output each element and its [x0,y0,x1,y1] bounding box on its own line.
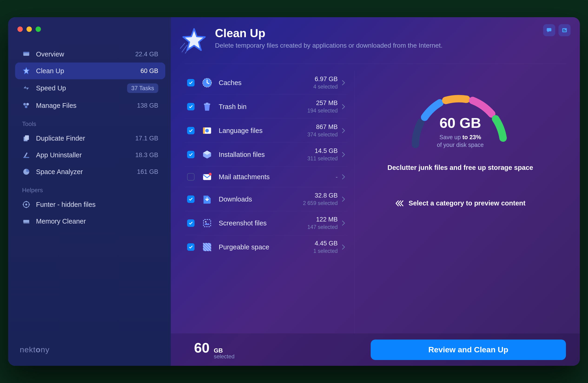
gauge-value: 60 GB [395,115,525,131]
feedback-button[interactable] [543,24,555,36]
sidebar-item-label: Clean Up [36,67,140,75]
svg-point-2 [23,103,26,106]
category-selected-count: 2 659 selected [303,200,338,206]
svg-point-4 [25,106,27,108]
svg-rect-15 [563,31,566,31]
category-name: Trash bin [219,103,308,111]
sidebar-item-badge: 37 Tasks [127,84,158,93]
screenshot-icon [202,217,213,229]
gauge-tagline: Declutter junk files and free up storage… [387,164,533,171]
category-row-downloads[interactable]: Downloads32.8 GB2 659 selected [185,187,347,211]
category-row-screenshot-files[interactable]: Screenshot files122 MB147 selected [185,211,347,235]
category-checkbox[interactable] [187,243,194,251]
category-checkbox[interactable] [187,127,194,134]
chevrons-left-icon [395,200,404,207]
category-checkbox[interactable] [187,173,194,181]
svg-point-10 [25,204,27,206]
downloads-icon [202,193,213,205]
category-name: Language files [219,127,308,135]
category-selected-count: 194 selected [308,107,338,114]
manage-icon [22,101,30,110]
content-body: Caches6.97 GB4 selectedTrash bin257 MB19… [171,64,580,333]
svg-rect-11 [23,220,29,222]
top-actions [543,24,570,36]
sidebar-item-value: 60 GB [140,67,158,75]
window-controls [18,26,165,32]
chevron-right-icon [342,152,345,157]
footer-total-number: 60 [194,340,210,356]
svg-rect-22 [206,103,209,104]
svg-rect-25 [203,128,205,134]
sidebar-item-value: 161 GB [137,168,158,175]
category-size: 867 MB [308,123,338,131]
category-size: - [336,173,338,181]
app-window: Overview22.4 GBClean Up60 GBSpeed Up37 T… [8,17,580,366]
svg-rect-1 [23,52,29,53]
category-name: Installation files [219,151,308,158]
category-size: 257 MB [308,100,338,107]
category-selected-count: 1 selected [313,248,338,254]
category-checkbox[interactable] [187,195,194,203]
sidebar-item-duplicate-finder[interactable]: Duplicate Finder17.1 GB [15,130,165,147]
category-name: Downloads [219,195,303,203]
storage-gauge: 60 GB Save up to 23% of your disk space [395,85,525,154]
sidebar-item-label: Speed Up [36,84,127,92]
sidebar-item-memory-cleaner[interactable]: Memory Cleaner [15,213,165,230]
chevron-right-icon [342,196,345,202]
category-row-trash-bin[interactable]: Trash bin257 MB194 selected [185,95,347,119]
sidebar-item-clean-up[interactable]: Clean Up60 GB [15,63,165,79]
svg-line-16 [182,45,187,52]
install-icon [202,149,213,160]
footer-total: 60 GB selected [185,340,234,360]
footer-bar: 60 GB selected Review and Clean Up [171,333,580,366]
cleanup-hero-icon [180,26,208,54]
footer-total-sub: selected [214,353,234,360]
brand-logo: nektony [15,345,165,359]
sidebar-item-funter-hidden-files[interactable]: Funter - hidden files [15,196,165,213]
duplicate-icon [22,134,30,143]
svg-point-29 [205,221,206,222]
close-window-button[interactable] [18,26,23,32]
funter-icon [22,200,30,209]
sidebar-item-speed-up[interactable]: Speed Up37 Tasks [15,79,165,97]
category-checkbox[interactable] [187,103,194,110]
sidebar-item-manage-files[interactable]: Manage Files138 GB [15,97,165,114]
purgeable-icon [202,241,213,253]
preview-hint: Select a category to preview content [395,199,525,207]
sidebar-item-value: 17.1 GB [135,135,158,142]
fullscreen-window-button[interactable] [36,26,41,32]
sidebar-item-overview[interactable]: Overview22.4 GB [15,46,165,63]
category-size: 32.8 GB [303,192,338,199]
sidebar: Overview22.4 GBClean Up60 GBSpeed Up37 T… [8,17,171,366]
minimize-window-button[interactable] [26,26,32,32]
svg-point-3 [26,103,29,106]
category-row-caches[interactable]: Caches6.97 GB4 selected [185,71,347,95]
page-subtitle: Delete temporary files created by applic… [215,42,442,49]
category-checkbox[interactable] [187,151,194,158]
news-button[interactable] [559,24,570,36]
svg-line-18 [180,43,185,49]
review-cleanup-button[interactable]: Review and Clean Up [371,340,566,360]
svg-rect-7 [23,157,29,158]
category-row-mail-attachments[interactable]: Mail attachments- [185,167,347,187]
category-row-language-files[interactable]: Language files867 MB374 selected [185,119,347,143]
category-row-installation-files[interactable]: Installation files14.5 GB311 selected [185,143,347,167]
category-checkbox[interactable] [187,79,194,86]
trash-icon [202,101,213,112]
category-selected-count: 374 selected [308,131,338,138]
sidebar-item-label: Funter - hidden files [36,201,158,209]
category-checkbox[interactable] [187,219,194,227]
svg-rect-28 [204,220,211,227]
category-row-purgeable-space[interactable]: Purgeable space4.45 GB1 selected [185,235,347,259]
sidebar-item-app-uninstaller[interactable]: App Uninstaller18.3 GB [15,147,165,163]
sidebar-section-tools: Tools [15,114,165,130]
category-name: Mail attachments [219,173,336,181]
memory-icon [22,217,30,225]
gauge-line1: Save up to 23% [395,134,525,141]
sidebar-item-label: Space Analyzer [36,168,137,176]
category-selected-count: 311 selected [308,155,338,162]
category-name: Caches [219,79,313,87]
category-name: Screenshot files [219,219,308,227]
sidebar-item-label: Manage Files [36,102,137,109]
sidebar-item-space-analyzer[interactable]: Space Analyzer161 GB [15,163,165,180]
